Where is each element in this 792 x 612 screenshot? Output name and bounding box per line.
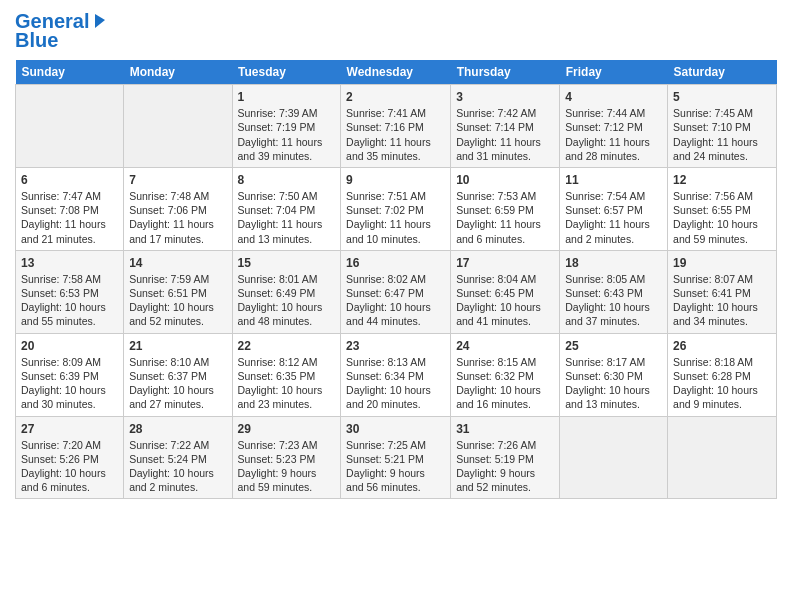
calendar-cell bbox=[668, 416, 777, 499]
day-info: Sunrise: 8:18 AMSunset: 6:28 PMDaylight:… bbox=[673, 355, 771, 412]
calendar-cell: 1Sunrise: 7:39 AMSunset: 7:19 PMDaylight… bbox=[232, 85, 341, 168]
day-info: Sunrise: 8:05 AMSunset: 6:43 PMDaylight:… bbox=[565, 272, 662, 329]
day-number: 6 bbox=[21, 172, 118, 188]
day-info: Sunrise: 7:59 AMSunset: 6:51 PMDaylight:… bbox=[129, 272, 226, 329]
day-number: 11 bbox=[565, 172, 662, 188]
calendar-cell: 6Sunrise: 7:47 AMSunset: 7:08 PMDaylight… bbox=[16, 167, 124, 250]
day-info: Sunrise: 8:12 AMSunset: 6:35 PMDaylight:… bbox=[238, 355, 336, 412]
calendar-body: 1Sunrise: 7:39 AMSunset: 7:19 PMDaylight… bbox=[16, 85, 777, 499]
day-number: 23 bbox=[346, 338, 445, 354]
weekday-header-wednesday: Wednesday bbox=[341, 60, 451, 85]
logo-blue: Blue bbox=[15, 29, 58, 52]
day-number: 10 bbox=[456, 172, 554, 188]
calendar-cell: 7Sunrise: 7:48 AMSunset: 7:06 PMDaylight… bbox=[124, 167, 232, 250]
day-number: 22 bbox=[238, 338, 336, 354]
calendar-cell: 9Sunrise: 7:51 AMSunset: 7:02 PMDaylight… bbox=[341, 167, 451, 250]
day-info: Sunrise: 7:48 AMSunset: 7:06 PMDaylight:… bbox=[129, 189, 226, 246]
day-number: 18 bbox=[565, 255, 662, 271]
calendar-week-3: 13Sunrise: 7:58 AMSunset: 6:53 PMDayligh… bbox=[16, 250, 777, 333]
calendar-cell: 23Sunrise: 8:13 AMSunset: 6:34 PMDayligh… bbox=[341, 333, 451, 416]
day-info: Sunrise: 8:07 AMSunset: 6:41 PMDaylight:… bbox=[673, 272, 771, 329]
calendar-cell: 24Sunrise: 8:15 AMSunset: 6:32 PMDayligh… bbox=[451, 333, 560, 416]
day-number: 2 bbox=[346, 89, 445, 105]
calendar-table: SundayMondayTuesdayWednesdayThursdayFrid… bbox=[15, 60, 777, 499]
calendar-cell: 26Sunrise: 8:18 AMSunset: 6:28 PMDayligh… bbox=[668, 333, 777, 416]
day-info: Sunrise: 8:09 AMSunset: 6:39 PMDaylight:… bbox=[21, 355, 118, 412]
day-info: Sunrise: 7:26 AMSunset: 5:19 PMDaylight:… bbox=[456, 438, 554, 495]
calendar-cell bbox=[16, 85, 124, 168]
day-info: Sunrise: 7:39 AMSunset: 7:19 PMDaylight:… bbox=[238, 106, 336, 163]
day-number: 28 bbox=[129, 421, 226, 437]
svg-marker-0 bbox=[95, 14, 105, 28]
day-number: 9 bbox=[346, 172, 445, 188]
day-number: 21 bbox=[129, 338, 226, 354]
day-info: Sunrise: 7:51 AMSunset: 7:02 PMDaylight:… bbox=[346, 189, 445, 246]
day-info: Sunrise: 8:13 AMSunset: 6:34 PMDaylight:… bbox=[346, 355, 445, 412]
day-number: 14 bbox=[129, 255, 226, 271]
day-number: 19 bbox=[673, 255, 771, 271]
calendar-cell: 14Sunrise: 7:59 AMSunset: 6:51 PMDayligh… bbox=[124, 250, 232, 333]
day-info: Sunrise: 7:58 AMSunset: 6:53 PMDaylight:… bbox=[21, 272, 118, 329]
calendar-week-5: 27Sunrise: 7:20 AMSunset: 5:26 PMDayligh… bbox=[16, 416, 777, 499]
day-number: 20 bbox=[21, 338, 118, 354]
calendar-cell: 10Sunrise: 7:53 AMSunset: 6:59 PMDayligh… bbox=[451, 167, 560, 250]
day-number: 30 bbox=[346, 421, 445, 437]
calendar-cell: 3Sunrise: 7:42 AMSunset: 7:14 PMDaylight… bbox=[451, 85, 560, 168]
calendar-cell: 2Sunrise: 7:41 AMSunset: 7:16 PMDaylight… bbox=[341, 85, 451, 168]
logo-arrow-icon bbox=[91, 12, 109, 30]
day-info: Sunrise: 7:22 AMSunset: 5:24 PMDaylight:… bbox=[129, 438, 226, 495]
calendar-cell: 30Sunrise: 7:25 AMSunset: 5:21 PMDayligh… bbox=[341, 416, 451, 499]
calendar-cell: 27Sunrise: 7:20 AMSunset: 5:26 PMDayligh… bbox=[16, 416, 124, 499]
day-number: 5 bbox=[673, 89, 771, 105]
day-number: 25 bbox=[565, 338, 662, 354]
day-info: Sunrise: 8:17 AMSunset: 6:30 PMDaylight:… bbox=[565, 355, 662, 412]
day-info: Sunrise: 7:53 AMSunset: 6:59 PMDaylight:… bbox=[456, 189, 554, 246]
day-number: 24 bbox=[456, 338, 554, 354]
weekday-header-thursday: Thursday bbox=[451, 60, 560, 85]
calendar-cell bbox=[124, 85, 232, 168]
day-number: 31 bbox=[456, 421, 554, 437]
calendar-cell: 11Sunrise: 7:54 AMSunset: 6:57 PMDayligh… bbox=[560, 167, 668, 250]
day-info: Sunrise: 7:41 AMSunset: 7:16 PMDaylight:… bbox=[346, 106, 445, 163]
weekday-header-saturday: Saturday bbox=[668, 60, 777, 85]
calendar-week-2: 6Sunrise: 7:47 AMSunset: 7:08 PMDaylight… bbox=[16, 167, 777, 250]
day-info: Sunrise: 8:10 AMSunset: 6:37 PMDaylight:… bbox=[129, 355, 226, 412]
weekday-header-friday: Friday bbox=[560, 60, 668, 85]
day-number: 26 bbox=[673, 338, 771, 354]
page-container: General Blue SundayMondayTuesdayWednesda… bbox=[0, 0, 792, 509]
day-info: Sunrise: 7:20 AMSunset: 5:26 PMDaylight:… bbox=[21, 438, 118, 495]
calendar-cell: 31Sunrise: 7:26 AMSunset: 5:19 PMDayligh… bbox=[451, 416, 560, 499]
calendar-cell: 5Sunrise: 7:45 AMSunset: 7:10 PMDaylight… bbox=[668, 85, 777, 168]
calendar-cell: 18Sunrise: 8:05 AMSunset: 6:43 PMDayligh… bbox=[560, 250, 668, 333]
day-info: Sunrise: 7:42 AMSunset: 7:14 PMDaylight:… bbox=[456, 106, 554, 163]
day-info: Sunrise: 7:54 AMSunset: 6:57 PMDaylight:… bbox=[565, 189, 662, 246]
day-info: Sunrise: 7:45 AMSunset: 7:10 PMDaylight:… bbox=[673, 106, 771, 163]
day-number: 27 bbox=[21, 421, 118, 437]
day-number: 13 bbox=[21, 255, 118, 271]
day-number: 29 bbox=[238, 421, 336, 437]
day-number: 1 bbox=[238, 89, 336, 105]
day-number: 12 bbox=[673, 172, 771, 188]
day-info: Sunrise: 7:25 AMSunset: 5:21 PMDaylight:… bbox=[346, 438, 445, 495]
calendar-cell: 29Sunrise: 7:23 AMSunset: 5:23 PMDayligh… bbox=[232, 416, 341, 499]
calendar-cell: 21Sunrise: 8:10 AMSunset: 6:37 PMDayligh… bbox=[124, 333, 232, 416]
day-number: 4 bbox=[565, 89, 662, 105]
calendar-cell: 28Sunrise: 7:22 AMSunset: 5:24 PMDayligh… bbox=[124, 416, 232, 499]
calendar-cell: 22Sunrise: 8:12 AMSunset: 6:35 PMDayligh… bbox=[232, 333, 341, 416]
day-number: 7 bbox=[129, 172, 226, 188]
logo: General Blue bbox=[15, 10, 109, 52]
day-number: 3 bbox=[456, 89, 554, 105]
day-number: 8 bbox=[238, 172, 336, 188]
calendar-cell: 25Sunrise: 8:17 AMSunset: 6:30 PMDayligh… bbox=[560, 333, 668, 416]
calendar-cell: 16Sunrise: 8:02 AMSunset: 6:47 PMDayligh… bbox=[341, 250, 451, 333]
calendar-week-1: 1Sunrise: 7:39 AMSunset: 7:19 PMDaylight… bbox=[16, 85, 777, 168]
day-number: 15 bbox=[238, 255, 336, 271]
day-info: Sunrise: 7:47 AMSunset: 7:08 PMDaylight:… bbox=[21, 189, 118, 246]
day-info: Sunrise: 8:04 AMSunset: 6:45 PMDaylight:… bbox=[456, 272, 554, 329]
weekday-header-tuesday: Tuesday bbox=[232, 60, 341, 85]
weekday-header-sunday: Sunday bbox=[16, 60, 124, 85]
day-number: 16 bbox=[346, 255, 445, 271]
calendar-cell: 19Sunrise: 8:07 AMSunset: 6:41 PMDayligh… bbox=[668, 250, 777, 333]
calendar-week-4: 20Sunrise: 8:09 AMSunset: 6:39 PMDayligh… bbox=[16, 333, 777, 416]
weekday-header-monday: Monday bbox=[124, 60, 232, 85]
